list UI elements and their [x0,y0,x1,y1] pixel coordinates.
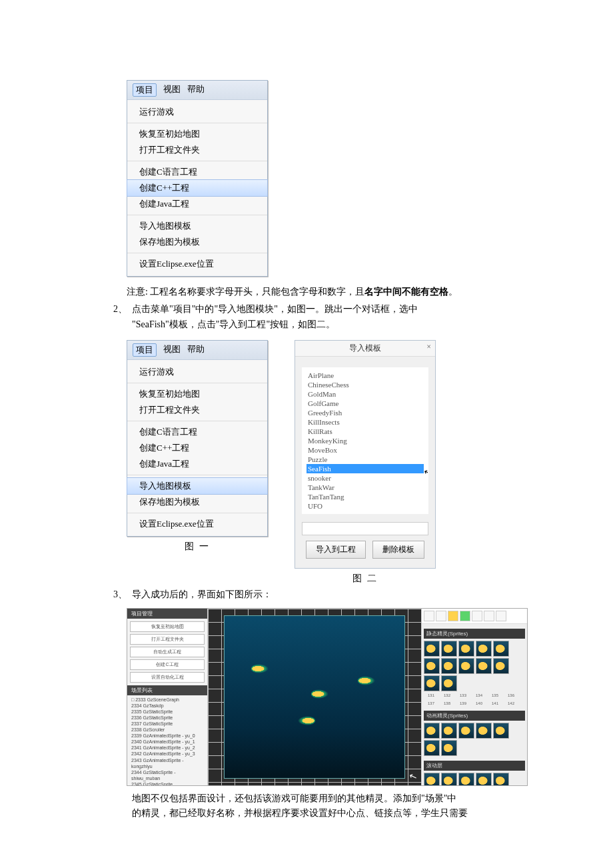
menu-tab-help[interactable]: 帮助 [187,83,205,97]
menu-tab-project[interactable]: 项目 [133,83,157,97]
scene-tree-item[interactable]: 2335 GzStaticSprite [131,709,203,715]
palette-cell[interactable] [476,658,492,674]
menu-item[interactable]: 保存地图为模板 [127,234,267,250]
menu-item[interactable]: 创建Java工程 [127,456,267,472]
menu-item[interactable]: 打开工程文件夹 [127,142,267,158]
editor-screenshot: 项目管理 恢复至初始地图打开工程文件夹自动生成工程创建C工程设置自动化工程 场景… [127,608,528,786]
palette-cell[interactable] [493,723,509,739]
scene-tree[interactable]: □ 2333 GzSceneGraph 2334 GzTaskdp 2335 G… [127,695,207,785]
menu-tab-view[interactable]: 视图 [163,343,181,357]
template-list-item[interactable]: KillRats [306,427,424,436]
anim-sprites-grid [424,721,525,758]
step-2-line2: "SeaFish"模板，点击"导入到工程"按钮，如图二。 [132,319,335,329]
palette-cell[interactable] [424,675,440,691]
template-list-item[interactable]: MoveBox [306,445,424,455]
scene-tree-item[interactable]: 2345 GzStaticSprite [131,781,203,785]
menu-item[interactable]: 设置Eclipse.exe位置 [127,256,267,272]
template-name-input[interactable] [302,522,428,535]
menu-item[interactable]: 打开工程文件夹 [127,402,267,418]
menu-item[interactable]: 创建C语言工程 [127,164,267,180]
menu-item[interactable]: 导入地图模板 [127,218,267,234]
close-icon[interactable]: × [426,342,431,352]
palette-cell[interactable] [424,641,440,657]
tool-icon[interactable] [448,611,458,621]
tool-icon[interactable] [424,611,434,621]
menu-item[interactable]: 创建C++工程 [127,440,267,456]
palette-cell[interactable] [493,658,509,674]
palette-cell[interactable] [441,641,457,657]
palette-cell[interactable] [476,773,492,785]
scene-tree-item[interactable]: □ 2333 GzSceneGraph [131,697,203,703]
template-list-item[interactable]: Puzzle [306,455,424,464]
palette-cell[interactable] [458,658,474,674]
editor-canvas[interactable]: ↖ [208,609,421,785]
tool-icon[interactable] [436,611,446,621]
menu-item[interactable]: 恢复至初始地图 [127,126,267,142]
editor-left-button[interactable]: 打开工程文件夹 [130,634,205,645]
menu-item-import-template[interactable]: 导入地图模板 [127,477,268,495]
scene-tree-item[interactable]: 2338 GzScroller [131,727,203,733]
menu-item-create-cpp[interactable]: 创建C++工程 [127,179,268,197]
palette-cell[interactable] [424,658,440,674]
menu-item[interactable]: 保存地图为模板 [127,494,267,510]
scene-tree-item[interactable]: 2334 GzTaskdp [131,703,203,709]
note-bold: 名字中间不能有空格 [364,287,448,297]
scene-tree-item[interactable]: 2342 GzAnimatedSprite - yu_3 [131,751,203,757]
template-list-item[interactable]: AirPlane [306,371,424,380]
editor-left-button[interactable]: 创建C工程 [130,659,205,670]
editor-left-button[interactable]: 设置自动化工程 [130,672,205,683]
menu-tab-help[interactable]: 帮助 [187,343,205,357]
menu-item[interactable]: 恢复至初始地图 [127,386,267,402]
palette-cell[interactable] [424,740,440,756]
template-list-item[interactable]: UFO [306,501,424,511]
template-list-item[interactable]: SeaFish↖ [306,464,424,473]
scene-tree-item[interactable]: 2336 GzStaticSprite [131,715,203,721]
palette-cell[interactable] [458,773,474,785]
palette-cell[interactable] [441,773,457,785]
template-list-item[interactable]: GolfGame [306,399,424,408]
scene-tree-item[interactable]: 2339 GzAnimatedSprite - yu_0 [131,733,203,739]
menu-item[interactable]: 设置Eclipse.exe位置 [127,516,267,532]
palette-cell[interactable] [424,773,440,785]
palette-cell[interactable] [441,723,457,739]
scene-tree-item[interactable]: 2341 GzAnimatedSprite - yu_2 [131,745,203,751]
template-list-item[interactable]: snooker [306,473,424,483]
palette-cell[interactable] [441,675,457,691]
scene-tree-item[interactable]: 2344 GzStaticSprite - shiwu_muban [131,769,203,781]
menu-tab-project[interactable]: 项目 [133,343,157,357]
template-list-item[interactable]: GoldMan [306,389,424,399]
palette-cell[interactable] [441,740,457,756]
menu-item[interactable]: 创建Java工程 [127,196,267,212]
template-list[interactable]: AirPlaneChineseChessGoldManGolfGameGreed… [302,367,428,514]
palette-cell[interactable] [458,723,474,739]
tool-icon[interactable] [484,611,494,621]
template-list-item[interactable]: ChineseChess [306,380,424,389]
import-to-project-button[interactable]: 导入到工程 [306,541,366,559]
tool-icon[interactable] [472,611,482,621]
scroll-layer-header: 滚动层 [424,761,525,771]
tool-icon[interactable] [496,611,506,621]
palette-cell[interactable] [441,658,457,674]
editor-left-button[interactable]: 恢复至初始地图 [130,621,205,632]
template-list-item[interactable]: MonkeyKing [306,436,424,445]
editor-left-button[interactable]: 自动生成工程 [130,647,205,657]
template-list-item[interactable]: KillInsects [306,417,424,427]
menu-item[interactable]: 运行游戏 [127,364,267,380]
tool-icon[interactable] [460,611,470,621]
scene-tree-item[interactable]: 2337 GzStaticSprite [131,721,203,727]
menu-item[interactable]: 创建C语言工程 [127,424,267,440]
palette-cell[interactable] [493,773,509,785]
template-list-item[interactable]: TanTanTang [306,492,424,501]
menu-item[interactable]: 运行游戏 [127,104,267,120]
delete-template-button[interactable]: 删除模板 [372,541,424,559]
menu-tab-view[interactable]: 视图 [163,83,181,97]
palette-cell[interactable] [476,723,492,739]
palette-cell[interactable] [458,641,474,657]
palette-cell[interactable] [476,641,492,657]
template-list-item[interactable]: GreedyFish [306,408,424,417]
palette-cell[interactable] [493,641,509,657]
palette-cell[interactable] [424,723,440,739]
template-list-item[interactable]: TankWar [306,483,424,492]
scene-tree-item[interactable]: 2340 GzAnimatedSprite - yu_1 [131,739,203,745]
scene-tree-item[interactable]: 2343 GzAnimatedSprite - kongzhiyu [131,757,203,769]
